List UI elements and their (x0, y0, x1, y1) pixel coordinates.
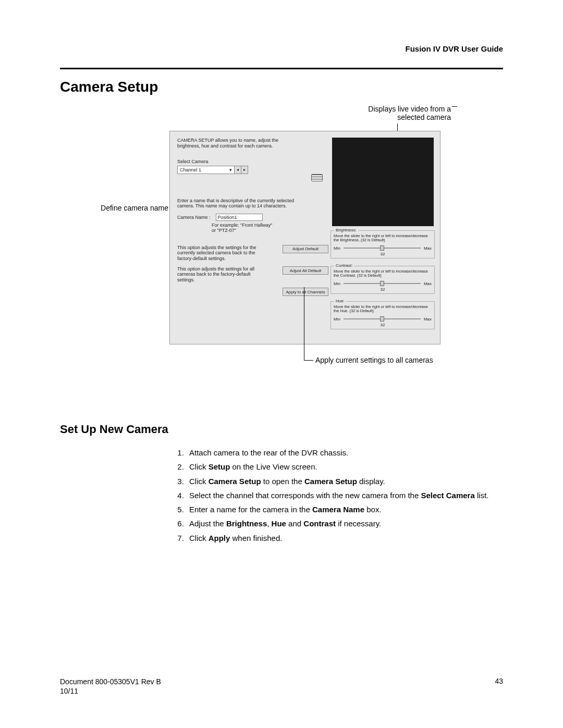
step-bold: Camera Name (312, 505, 364, 514)
combo-value: Channel 1 (180, 167, 201, 172)
step-bold: Apply (209, 534, 230, 542)
slider-max: Max (424, 281, 432, 286)
page-footer: Document 800-05305V1 Rev B 10/11 43 (60, 677, 503, 696)
adjust-default-text: This option adjusts the settings for the… (177, 245, 263, 261)
step-bold: Select Camera (421, 491, 474, 500)
example-text: or "PTZ-07" (212, 228, 236, 233)
footer-page-number: 43 (495, 677, 503, 696)
callout-text: selected camera (397, 113, 451, 121)
callout-text: Displays live video from a (368, 105, 451, 113)
callout-leader (304, 287, 304, 360)
step-text: and (286, 519, 303, 528)
step-bold: Camera Setup (209, 477, 261, 486)
doc-header: Fusion IV DVR User Guide (60, 44, 503, 68)
slider-max: Max (424, 246, 432, 251)
slider-thumb[interactable] (380, 281, 384, 286)
figure: Displays live video from a selected came… (60, 105, 503, 376)
step-text: on the Live View screen. (230, 462, 317, 471)
brightness-slider[interactable] (344, 248, 421, 249)
hue-group: Hue: Move the slider to the right or lef… (331, 301, 435, 329)
contrast-desc: Move the slider to the right or left to … (334, 269, 432, 278)
callout-define-name: Define camera name (85, 204, 168, 212)
step-3: Click Camera Setup to open the Camera Se… (186, 475, 503, 487)
example-text: For example: "Front Hallway" (212, 223, 272, 228)
footer-date: 10/11 (60, 686, 161, 696)
keyboard-icon[interactable] (311, 174, 323, 181)
contrast-title: Contrast: (334, 263, 354, 268)
slider-min: Min (334, 317, 340, 322)
contrast-slider[interactable] (344, 283, 421, 284)
step-5: Enter a name for the camera in the Camer… (186, 503, 503, 515)
camera-name-example: For example: "Front Hallway" or "PTZ-07" (212, 223, 279, 233)
camera-name-help: Enter a name that is descriptive of the … (177, 198, 302, 209)
footer-doc-id: Document 800-05305V1 Rev B (60, 677, 161, 686)
contrast-group: Contrast: Move the slider to the right o… (331, 266, 435, 294)
callout-leader (304, 360, 313, 361)
step-text: if necessary. (336, 519, 381, 528)
step-text: to open the (261, 477, 304, 486)
slider-thumb[interactable] (380, 245, 384, 251)
step-text: display. (357, 477, 385, 486)
step-bold: Contrast (303, 519, 336, 528)
hue-title: Hue: (334, 299, 346, 303)
slider-min: Min (334, 246, 340, 251)
brightness-title: Brightness: (334, 228, 358, 232)
step-text: box. (364, 505, 382, 514)
brightness-desc: Move the slider to the right or left to … (334, 234, 432, 243)
setup-steps: Attach camera to the rear of the DVR cha… (174, 447, 503, 544)
adjust-default-button[interactable]: Adjust Default (283, 245, 328, 253)
step-text: Click (189, 477, 209, 486)
camera-name-label: Camera Name : (177, 215, 211, 220)
hue-value: 32 (334, 323, 432, 327)
callout-live-video: Displays live video from a selected came… (326, 105, 451, 121)
select-camera-combo[interactable]: Channel 1 ▾ (177, 166, 235, 174)
step-1: Attach camera to the rear of the DVR cha… (186, 447, 503, 459)
step-text: Click (189, 534, 209, 542)
slider-min: Min (334, 281, 340, 286)
hue-slider[interactable] (344, 318, 421, 319)
apply-all-channels-button[interactable]: Apply to all Channels (283, 288, 328, 296)
step-text: Enter a name for the camera in the (189, 505, 312, 514)
step-text: Adjust the (189, 519, 226, 528)
camera-name-input[interactable]: Position1 (216, 214, 263, 221)
step-2: Click Setup on the Live View screen. (186, 461, 503, 473)
step-text: list. (475, 491, 489, 500)
prev-camera-button[interactable]: ◂ (234, 166, 241, 174)
step-bold: Camera Setup (304, 477, 357, 486)
adjust-all-text: This option adjusts the settings for all… (177, 266, 263, 282)
step-6: Adjust the Brightness, Hue and Contrast … (186, 517, 503, 529)
step-text: Attach camera to the rear of the DVR cha… (189, 448, 348, 457)
step-text: , (267, 519, 271, 528)
step-text: Select the channel that corresponds with… (189, 491, 421, 500)
hue-desc: Move the slider to the right or left to … (334, 305, 432, 314)
brightness-value: 32 (334, 252, 432, 256)
slider-thumb[interactable] (380, 316, 384, 322)
chevron-down-icon: ▾ (229, 167, 232, 172)
section-title: Camera Setup (60, 79, 503, 95)
callout-apply-all: Apply current settings to all cameras (315, 356, 433, 364)
contrast-value: 32 (334, 287, 432, 292)
adjust-all-default-button[interactable]: Adjust All Default (283, 266, 328, 275)
subsection-title: Set Up New Camera (60, 423, 503, 436)
callout-leader (452, 106, 457, 107)
step-bold: Setup (209, 462, 230, 471)
live-video-preview (332, 138, 434, 226)
step-bold: Brightness (226, 519, 267, 528)
camera-setup-panel: CAMERA SETUP allows you to name, adjust … (169, 131, 440, 344)
slider-max: Max (424, 317, 432, 322)
next-camera-button[interactable]: ▸ (241, 166, 248, 174)
step-text: when finished. (230, 534, 282, 542)
panel-intro: CAMERA SETUP allows you to name, adjust … (177, 138, 302, 150)
step-text: Click (189, 462, 209, 471)
brightness-group: Brightness: Move the slider to the right… (331, 230, 435, 258)
step-7: Click Apply when finished. (186, 532, 503, 544)
header-rule (60, 68, 503, 69)
step-bold: Hue (272, 519, 286, 528)
step-4: Select the channel that corresponds with… (186, 489, 503, 501)
